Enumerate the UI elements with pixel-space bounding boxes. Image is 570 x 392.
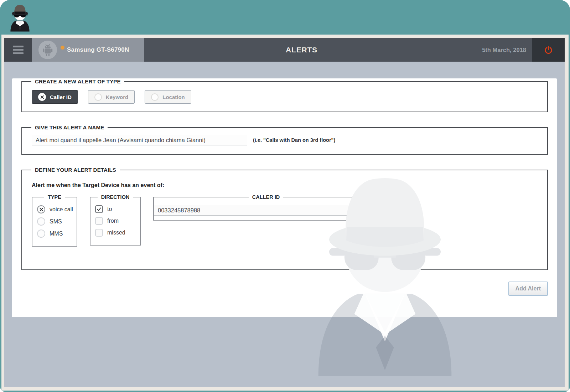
option-label: voice call xyxy=(50,206,73,213)
option-label: missed xyxy=(107,229,125,236)
option-to: to xyxy=(90,205,140,213)
alert-name-legend: GIVE THIS ALERT A NAME xyxy=(31,124,108,130)
menu-button[interactable] xyxy=(4,38,32,62)
app-window: Samsung GT-S6790N ALERTS 5th March, 2018… xyxy=(0,0,570,392)
alert-details-section: DEFINE YOUR ALERT DETAILS Alert me when … xyxy=(21,167,548,270)
checkbox-from[interactable] xyxy=(95,217,103,225)
alert-type-location-button[interactable]: Location xyxy=(145,90,191,104)
alert-type-keyword-button[interactable]: Keyword xyxy=(88,90,135,104)
alert-type-label: Keyword xyxy=(106,94,128,100)
content-frame: Samsung GT-S6790N ALERTS 5th March, 2018… xyxy=(1,35,569,391)
alert-type-caller-id-button[interactable]: Caller ID xyxy=(32,90,78,104)
direction-group: DIRECTION to from xyxy=(90,194,141,246)
option-label: from xyxy=(107,218,119,224)
alert-name-input[interactable] xyxy=(32,135,247,145)
alert-type-legend: CREATE A NEW ALERT OF TYPE xyxy=(31,78,124,84)
option-label: SMS xyxy=(50,218,62,225)
device-selector[interactable]: Samsung GT-S6790N xyxy=(32,38,144,62)
option-from: from xyxy=(90,217,140,225)
checkmark-icon xyxy=(97,207,102,212)
caller-id-input[interactable] xyxy=(154,205,378,216)
device-name: Samsung GT-S6790N xyxy=(67,46,129,53)
power-icon xyxy=(544,46,553,55)
caller-id-legend: CALLER ID xyxy=(249,194,283,200)
alert-type-label: Caller ID xyxy=(50,94,72,100)
current-date: 5th March, 2018 xyxy=(482,38,526,62)
alert-type-section: CREATE A NEW ALERT OF TYPE Caller ID Key xyxy=(21,78,548,112)
alert-form-card: CREATE A NEW ALERT OF TYPE Caller ID Key xyxy=(12,78,557,317)
caller-id-group: CALLER ID xyxy=(153,194,379,221)
direction-group-legend: DIRECTION xyxy=(98,194,133,200)
add-alert-button[interactable]: Add Alert xyxy=(508,282,548,296)
hamburger-icon xyxy=(13,46,24,47)
option-label: MMS xyxy=(50,231,63,237)
alert-type-label: Location xyxy=(162,94,185,100)
type-group-legend: TYPE xyxy=(44,194,65,200)
empty-circle-icon xyxy=(94,93,102,101)
checkbox-missed[interactable] xyxy=(95,229,103,237)
option-mms: MMS xyxy=(32,229,77,238)
device-status-dot xyxy=(61,46,64,50)
radio-sms[interactable] xyxy=(37,217,45,226)
android-robot-icon xyxy=(41,43,54,57)
android-avatar xyxy=(38,41,57,59)
alert-details-intro: Alert me when the Target Device has an e… xyxy=(32,182,547,189)
brand-header xyxy=(0,0,570,35)
logout-button[interactable] xyxy=(532,38,565,62)
option-missed: missed xyxy=(90,229,140,237)
radio-mms[interactable] xyxy=(37,229,45,238)
x-circle-icon xyxy=(38,93,46,101)
option-sms: SMS xyxy=(32,217,77,226)
alert-details-legend: DEFINE YOUR ALERT DETAILS xyxy=(31,167,120,173)
option-voice-call: voice call xyxy=(32,205,77,213)
type-group: TYPE voice call SMS xyxy=(32,194,77,247)
spy-incognito-icon xyxy=(7,3,33,32)
checkbox-to[interactable] xyxy=(95,205,103,213)
empty-circle-icon xyxy=(151,93,159,101)
x-mark-icon xyxy=(39,207,44,212)
radio-voice-call[interactable] xyxy=(37,205,45,213)
navbar: Samsung GT-S6790N ALERTS 5th March, 2018 xyxy=(4,38,565,62)
alert-name-section: GIVE THIS ALERT A NAME (i.e. "Calls with… xyxy=(21,124,548,155)
page-body: CREATE A NEW ALERT OF TYPE Caller ID Key xyxy=(4,62,565,387)
option-label: to xyxy=(107,206,112,212)
alert-name-hint: (i.e. "Calls with Dan on 3rd floor") xyxy=(253,137,335,143)
